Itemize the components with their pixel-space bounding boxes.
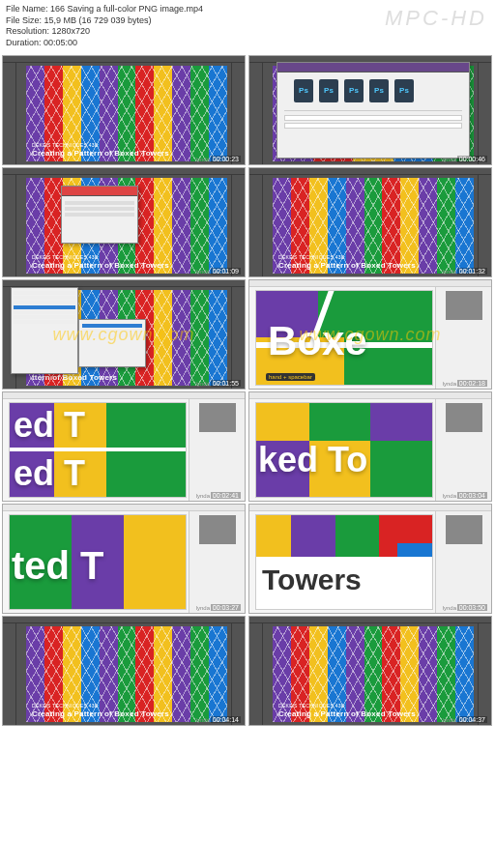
zoomed-artwork: ted T <box>10 515 186 609</box>
lynda-logo: lynda <box>196 493 210 499</box>
timestamp: 00:02:18 <box>457 380 487 387</box>
menubar <box>3 505 245 511</box>
timestamp: 00:01:55 <box>211 380 241 387</box>
lynda-logo: lynda <box>196 717 210 723</box>
duration-label: Duration: <box>6 38 42 47</box>
panels <box>231 63 245 164</box>
canvas: DEKE'S TECHNIQUES 436: Creating a Patter… <box>26 626 227 722</box>
submenu[interactable] <box>78 319 146 367</box>
side-panel <box>435 511 491 613</box>
save-dialog[interactable]: Ps Ps Ps Ps Ps <box>277 62 470 159</box>
zoom-text: ed T <box>14 453 85 494</box>
thumbnail: ked To lynda 00:03:04 <box>248 391 492 502</box>
menubar <box>3 280 245 287</box>
photoshop-window: DEKE'S TECHNIQUES 436: Creating a Patter… <box>249 617 491 725</box>
toolbox <box>249 623 263 725</box>
photoshop-window: Boxe hand + spacebar <box>249 280 491 389</box>
thumbnail: Boxe hand + spacebar www.cgown.com lynda… <box>248 279 492 390</box>
photoshop-window: ked To <box>249 392 491 501</box>
photoshop-window: Towers <box>249 505 491 613</box>
toolbox <box>249 175 263 276</box>
canvas: DEKE'S TECHNIQUES 436: Creating a Patter… <box>26 66 227 161</box>
artwork-subtitle: DEKE'S TECHNIQUES 436: <box>278 703 346 709</box>
artwork: DEKE'S TECHNIQUES 436: Creating a Patter… <box>273 626 474 722</box>
photoshop-window: ted T <box>3 505 245 613</box>
preview-swatch <box>446 403 482 432</box>
thumbnail-grid: DEKE'S TECHNIQUES 436: Creating a Patter… <box>0 53 495 728</box>
zoom-text: ted T <box>12 544 104 588</box>
side-panel <box>435 287 491 389</box>
artwork-subtitle: DEKE'S TECHNIQUES 436: <box>278 254 346 260</box>
lynda-logo: lynda <box>196 605 210 611</box>
mpc-watermark: MPC-HD <box>385 6 487 31</box>
timestamp: 00:04:14 <box>211 716 241 723</box>
canvas: Boxe hand + spacebar <box>255 290 433 386</box>
artwork: DEKE'S TECHNIQUES 436: Creating a Patter… <box>273 178 474 274</box>
photoshop-window: DEKE'S TECHNIQUES 436: Creating a Patter… <box>3 56 245 164</box>
photoshop-window: DEKE'S TECHNIQUES 436: Creating a Patter… <box>3 617 245 725</box>
preview-swatch <box>446 515 482 544</box>
filesize-value: 15,9 MB (16 729 039 bytes) <box>44 15 152 25</box>
lynda-logo: lynda <box>196 269 210 275</box>
menubar <box>249 505 491 511</box>
preview-swatch <box>199 515 236 544</box>
lynda-logo: lynda <box>196 381 210 387</box>
ps-file-icon[interactable]: Ps <box>319 79 338 102</box>
photoshop-window: ed T ed T <box>3 392 245 501</box>
dropdown-menu[interactable] <box>11 287 78 374</box>
lynda-logo: lynda <box>196 157 210 162</box>
resolution-label: Resolution: <box>6 26 49 36</box>
zoomed-artwork: ked To <box>256 403 432 497</box>
ps-file-icon[interactable]: Ps <box>394 79 414 102</box>
panels <box>231 287 245 389</box>
panels <box>478 63 491 164</box>
ps-file-icon[interactable]: Ps <box>344 79 364 102</box>
artwork-title: Creating a Pattern of Boxed Towers <box>32 709 169 718</box>
ps-file-icon[interactable]: Ps <box>369 79 389 102</box>
artwork-title: Creating a Pattern of Boxed Towers <box>32 261 169 270</box>
ps-file-icon[interactable]: Ps <box>294 79 313 102</box>
menubar <box>3 392 245 399</box>
artwork-title-partial: ttern of Boxed Towers <box>32 373 117 382</box>
thumbnail: ttern of Boxed Towers www.cgown.com lynd… <box>2 279 246 390</box>
thumbnail: ted T lynda 00:03:27 <box>2 504 246 614</box>
timestamp: 00:03:50 <box>457 604 487 611</box>
photoshop-window: DEKE'S TECHNIQUES 436: Creating a Patter… <box>249 168 491 276</box>
photoshop-window: Ps Ps Ps Ps Ps <box>249 56 491 164</box>
menubar <box>249 280 491 287</box>
lynda-logo: lynda <box>443 269 456 275</box>
toolbox <box>3 623 16 725</box>
timestamp: 00:01:09 <box>211 268 241 275</box>
file-info-header: File Name: 166 Saving a full-color PNG i… <box>0 0 495 53</box>
artwork: DEKE'S TECHNIQUES 436: Creating a Patter… <box>26 66 227 161</box>
canvas: Towers <box>255 514 433 610</box>
timestamp: 00:03:04 <box>457 492 487 499</box>
filename-label: File Name: <box>6 4 48 14</box>
zoom-text: Boxe <box>268 318 367 364</box>
timestamp: 00:00:46 <box>457 156 487 162</box>
lynda-logo: lynda <box>443 717 456 723</box>
resolution-value: 1280x720 <box>52 26 91 36</box>
artwork: DEKE'S TECHNIQUES 436: Creating a Patter… <box>26 626 227 722</box>
thumbnail: Towers lynda 00:03:50 <box>248 504 492 614</box>
filesize-label: File Size: <box>6 15 42 25</box>
artwork-subtitle: DEKE'S TECHNIQUES 436: <box>32 142 100 148</box>
timestamp: 00:03:27 <box>211 604 241 611</box>
options-dialog[interactable] <box>61 186 138 244</box>
toolbox <box>3 175 16 276</box>
zoomed-artwork: Boxe <box>256 291 432 385</box>
tooltip: hand + spacebar <box>266 373 315 381</box>
zoom-text: ked To <box>258 440 367 480</box>
photoshop-window: ttern of Boxed Towers <box>3 280 245 389</box>
lynda-logo: lynda <box>443 157 456 162</box>
side-panel <box>189 399 245 501</box>
toolbox <box>3 63 16 164</box>
artwork-title: Creating a Pattern of Boxed Towers <box>278 261 416 270</box>
zoom-text: Towers <box>262 564 362 596</box>
timestamp: 00:01:32 <box>457 268 487 275</box>
artwork-subtitle: DEKE'S TECHNIQUES 436: <box>32 703 100 709</box>
panels <box>478 175 491 276</box>
timestamp: 00:00:23 <box>211 156 241 162</box>
side-panel <box>435 399 491 501</box>
photoshop-window: DEKE'S TECHNIQUES 436: Creating a Patter… <box>3 168 245 276</box>
